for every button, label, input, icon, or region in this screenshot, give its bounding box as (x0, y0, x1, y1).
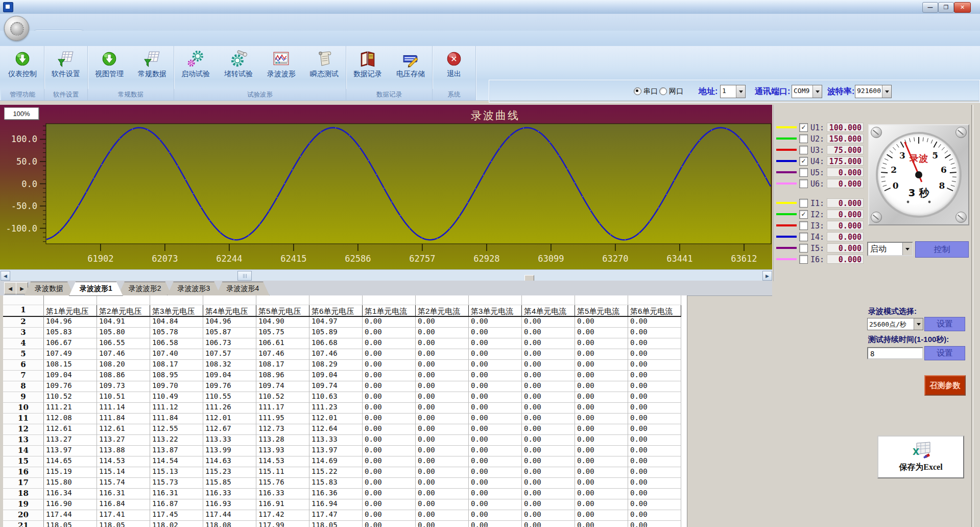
table-cell[interactable]: 117.47 (309, 510, 363, 521)
table-cell[interactable]: 115.76 (256, 478, 309, 489)
channel-u4-value[interactable]: 175.000 (827, 156, 864, 166)
table-cell[interactable]: 106.67 (44, 338, 97, 349)
table-cell[interactable]: 110.52 (44, 392, 97, 403)
column-header[interactable]: 第5单元电流 (575, 305, 628, 317)
table-cell[interactable]: 107.46 (97, 349, 150, 360)
record-mode-dropdown[interactable]: 25600点/秒 (867, 318, 923, 330)
column-header[interactable]: 第1单元电流 (363, 305, 416, 317)
channel-i1-checkbox[interactable] (799, 199, 808, 208)
column-header[interactable]: 第3单元电流 (469, 305, 522, 317)
table-cell[interactable]: 0.00 (575, 446, 628, 456)
table-cell[interactable]: 105.78 (150, 328, 203, 338)
table-cell[interactable]: 0.00 (363, 381, 416, 392)
table-cell[interactable]: 105.89 (309, 328, 363, 338)
table-cell[interactable]: 0.00 (469, 478, 522, 489)
table-cell[interactable]: 116.36 (309, 489, 363, 499)
ribbon-button-view-manage[interactable]: 视图管理 (88, 46, 131, 89)
table-cell[interactable]: 0.00 (522, 446, 575, 456)
table-cell[interactable]: 112.67 (203, 424, 256, 435)
channel-u5-value[interactable]: 0.000 (827, 168, 864, 177)
column-header[interactable]: 第1单元电压 (44, 305, 97, 317)
table-cell[interactable]: 0.00 (628, 456, 681, 467)
table-cell[interactable]: 106.73 (203, 338, 256, 349)
ribbon-button-software-settings[interactable]: 软件设置 (44, 46, 87, 89)
table-cell[interactable]: 0.00 (575, 424, 628, 435)
table-cell[interactable]: 112.01 (309, 414, 363, 424)
table-cell[interactable]: 0.00 (416, 478, 469, 489)
row-number[interactable]: 1 (3, 305, 44, 317)
table-cell[interactable]: 105.83 (44, 328, 97, 338)
table-cell[interactable]: 0.00 (363, 414, 416, 424)
row-number[interactable]: 13 (3, 435, 44, 446)
table-cell[interactable]: 109.04 (203, 371, 256, 381)
table-cell[interactable]: 0.00 (363, 456, 416, 467)
table-cell[interactable]: 0.00 (363, 360, 416, 371)
application-orb-button[interactable] (4, 16, 29, 41)
ribbon-button-voltage-store[interactable]: 电压存储 (389, 46, 432, 89)
table-cell[interactable]: 0.00 (628, 414, 681, 424)
table-cell[interactable]: 0.00 (522, 403, 575, 414)
row-number[interactable]: 17 (3, 478, 44, 489)
table-cell[interactable]: 117.44 (203, 510, 256, 521)
control-button[interactable]: 控制 (915, 241, 969, 258)
table-cell[interactable]: 0.00 (575, 510, 628, 521)
channel-i4-value[interactable]: 0.000 (827, 232, 864, 241)
table-cell[interactable]: 115.85 (203, 478, 256, 489)
table-cell[interactable]: 114.53 (256, 456, 309, 467)
row-number[interactable]: 4 (3, 338, 44, 349)
table-cell[interactable]: 0.00 (575, 403, 628, 414)
table-cell[interactable]: 116.31 (97, 489, 150, 499)
table-cell[interactable]: 113.28 (256, 435, 309, 446)
table-cell[interactable]: 111.14 (97, 403, 150, 414)
table-cell[interactable]: 0.00 (363, 446, 416, 456)
chart-h-scrollbar[interactable]: ◀ ▶ (0, 269, 772, 281)
table-cell[interactable]: 118.02 (150, 521, 203, 527)
table-cell[interactable]: 0.00 (416, 414, 469, 424)
channel-u6-checkbox[interactable] (799, 179, 808, 188)
table-cell[interactable]: 0.00 (469, 521, 522, 527)
sheet-tab-waveform-1[interactable]: 录波波形1 (69, 282, 123, 296)
table-cell[interactable]: 116.90 (44, 499, 97, 510)
table-cell[interactable]: 0.00 (416, 489, 469, 499)
baud-rate-dropdown-arrow-icon[interactable] (882, 85, 891, 98)
table-cell[interactable]: 0.00 (416, 403, 469, 414)
baud-rate-dropdown[interactable]: 921600 (855, 85, 892, 98)
com-port-dropdown[interactable]: COM9 (792, 85, 822, 98)
column-header[interactable]: 第4单元电压 (203, 305, 256, 317)
table-cell[interactable]: 104.96 (44, 317, 97, 328)
table-cell[interactable]: 112.61 (97, 424, 150, 435)
table-cell[interactable]: 111.26 (203, 403, 256, 414)
column-header[interactable]: 第5单元电压 (256, 305, 309, 317)
channel-i1-value[interactable]: 0.000 (827, 198, 864, 208)
channel-u1-checkbox[interactable]: ✓ (799, 123, 808, 132)
ribbon-button-transient-test[interactable]: 瞬态测试 (303, 46, 346, 89)
table-cell[interactable]: 0.00 (522, 521, 575, 527)
table-cell[interactable]: 0.00 (522, 392, 575, 403)
table-cell[interactable]: 0.00 (628, 403, 681, 414)
table-cell[interactable]: 110.49 (150, 392, 203, 403)
channel-i4-checkbox[interactable] (799, 233, 808, 241)
ribbon-button-exit[interactable]: ✕退出 (433, 46, 475, 89)
table-cell[interactable]: 117.99 (256, 521, 309, 527)
table-cell[interactable]: 0.00 (522, 381, 575, 392)
table-cell[interactable]: 113.27 (44, 435, 97, 446)
table-cell[interactable]: 116.33 (203, 489, 256, 499)
table-cell[interactable]: 0.00 (363, 371, 416, 381)
table-cell[interactable]: 0.00 (628, 349, 681, 360)
table-cell[interactable]: 0.00 (522, 360, 575, 371)
scroll-left-icon[interactable]: ◀ (1, 271, 10, 281)
address-dropdown[interactable]: 1 (720, 85, 746, 98)
table-cell[interactable]: 0.00 (628, 510, 681, 521)
channel-u2-value[interactable]: 150.000 (827, 134, 864, 143)
table-cell[interactable]: 0.00 (628, 446, 681, 456)
ribbon-button-normal-data[interactable]: 常规数据 (131, 46, 174, 89)
table-cell[interactable]: 113.22 (150, 435, 203, 446)
table-cell[interactable]: 113.93 (256, 446, 309, 456)
table-cell[interactable]: 0.00 (575, 381, 628, 392)
row-number[interactable]: 12 (3, 424, 44, 435)
table-cell[interactable]: 109.74 (256, 381, 309, 392)
table-cell[interactable]: 116.34 (44, 489, 97, 499)
minimize-button[interactable]: — (922, 2, 938, 13)
network-radio[interactable] (659, 87, 667, 95)
table-cell[interactable]: 0.00 (416, 435, 469, 446)
